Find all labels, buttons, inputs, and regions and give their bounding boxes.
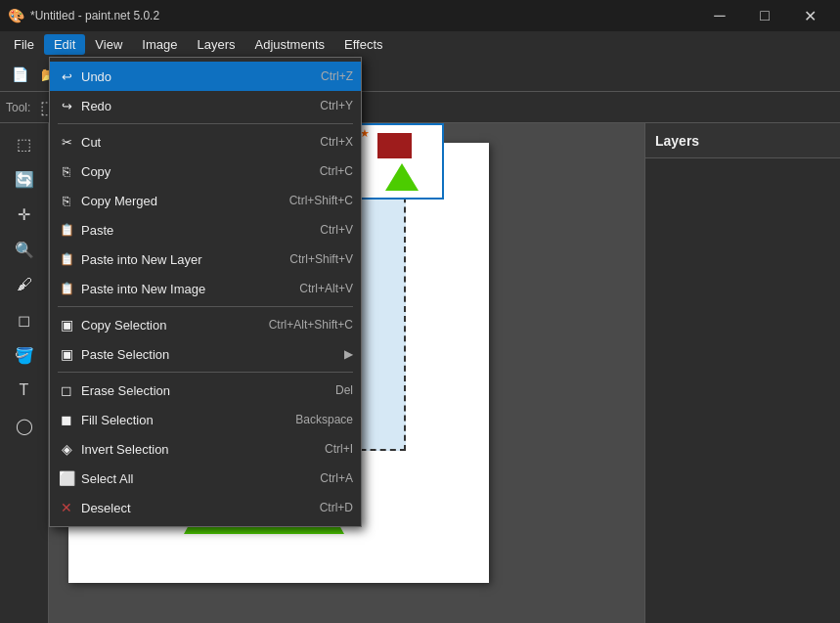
paste-new-layer-label: Paste into New Layer <box>81 252 284 267</box>
preview-red-rect <box>377 133 412 158</box>
select-all-shortcut: Ctrl+A <box>320 471 353 485</box>
separator-3 <box>58 372 353 373</box>
paste-selection-label: Paste Selection <box>81 347 338 362</box>
menu-copy-merged[interactable]: ⎘ Copy Merged Ctrl+Shift+C <box>50 186 361 215</box>
menu-copy-selection[interactable]: ▣ Copy Selection Ctrl+Alt+Shift+C <box>50 310 361 339</box>
paste-selection-icon: ▣ <box>58 345 75 363</box>
redo-shortcut: Ctrl+Y <box>320 99 353 112</box>
move-tool[interactable]: ✛ <box>8 198 41 231</box>
select-all-icon: ⬜ <box>58 469 75 487</box>
lasso-tool[interactable]: 🔄 <box>8 162 41 196</box>
menu-redo[interactable]: ↪ Redo Ctrl+Y <box>50 91 361 120</box>
preview-box: ★ <box>356 123 444 200</box>
copy-selection-icon: ▣ <box>58 316 75 334</box>
copy-merged-icon: ⎘ <box>58 192 75 209</box>
maximize-button[interactable]: □ <box>742 0 787 31</box>
paste-label: Paste <box>81 223 314 238</box>
invert-selection-shortcut: Ctrl+I <box>325 442 353 456</box>
erase-selection-icon: ◻ <box>58 381 75 399</box>
menu-copy[interactable]: ⎘ Copy Ctrl+C <box>50 156 361 186</box>
fill-tool[interactable]: 🪣 <box>8 338 41 372</box>
fill-selection-label: Fill Selection <box>81 413 289 427</box>
deselect-shortcut: Ctrl+D <box>320 501 353 514</box>
copy-merged-shortcut: Ctrl+Shift+C <box>289 194 353 207</box>
paste-shortcut: Ctrl+V <box>320 223 353 237</box>
close-button[interactable]: ✕ <box>787 0 832 31</box>
invert-selection-label: Invert Selection <box>81 442 319 457</box>
menu-paste-new-layer[interactable]: 📋 Paste into New Layer Ctrl+Shift+V <box>50 245 361 274</box>
deselect-icon: ✕ <box>58 499 75 516</box>
select-rect-tool[interactable]: ⬚ <box>8 127 41 160</box>
minimize-button[interactable]: ─ <box>697 0 742 31</box>
paste-new-image-label: Paste into New Image <box>81 282 293 296</box>
edit-menu: ↩ Undo Ctrl+Z ↪ Redo Ctrl+Y ✂ Cut Ctrl+X… <box>49 57 362 527</box>
copy-icon: ⎘ <box>58 162 75 180</box>
undo-icon: ↩ <box>58 67 75 85</box>
separator-2 <box>58 306 353 307</box>
menu-fill-selection[interactable]: ◼ Fill Selection Backspace <box>50 405 361 434</box>
copy-selection-shortcut: Ctrl+Alt+Shift+C <box>269 318 353 332</box>
menu-deselect[interactable]: ✕ Deselect Ctrl+D <box>50 493 361 522</box>
menu-cut[interactable]: ✂ Cut Ctrl+X <box>50 127 361 156</box>
copy-selection-label: Copy Selection <box>81 318 263 333</box>
fill-selection-icon: ◼ <box>58 411 75 428</box>
menu-effects[interactable]: Effects <box>334 34 393 55</box>
paste-new-layer-shortcut: Ctrl+Shift+V <box>289 252 353 266</box>
deselect-label: Deselect <box>81 501 314 515</box>
paste-icon: 📋 <box>58 221 75 239</box>
copy-merged-label: Copy Merged <box>81 194 284 208</box>
menu-paste[interactable]: 📋 Paste Ctrl+V <box>50 215 361 245</box>
menu-paste-new-image[interactable]: 📋 Paste into New Image Ctrl+Alt+V <box>50 274 361 303</box>
paste-new-image-icon: 📋 <box>58 280 75 297</box>
eraser-tool[interactable]: ◻ <box>8 303 41 336</box>
redo-label: Redo <box>81 99 314 113</box>
right-panel: Layers <box>644 123 840 623</box>
copy-label: Copy <box>81 164 314 179</box>
cut-icon: ✂ <box>58 133 75 151</box>
menu-paste-selection[interactable]: ▣ Paste Selection ▶ <box>50 339 361 369</box>
text-tool[interactable]: T <box>8 374 41 407</box>
title-bar: 🎨 *Untitled - paint.net 5.0.2 ─ □ ✕ <box>0 0 840 31</box>
app-icon: 🎨 <box>8 8 24 23</box>
undo-shortcut: Ctrl+Z <box>321 69 353 83</box>
erase-selection-label: Erase Selection <box>81 383 330 398</box>
zoom-tool[interactable]: 🔍 <box>8 233 41 266</box>
menu-adjustments[interactable]: Adjustments <box>244 34 334 55</box>
cut-shortcut: Ctrl+X <box>320 135 353 149</box>
layers-title: Layers <box>655 133 699 149</box>
paste-new-image-shortcut: Ctrl+Alt+V <box>299 282 353 295</box>
redo-icon: ↪ <box>58 97 75 114</box>
invert-selection-icon: ◈ <box>58 440 75 458</box>
layers-header: Layers <box>645 123 840 158</box>
menu-image[interactable]: Image <box>132 34 187 55</box>
select-all-label: Select All <box>81 471 314 486</box>
left-panel: ⬚ 🔄 ✛ 🔍 🖌 ◻ 🪣 T ◯ <box>0 123 49 623</box>
erase-selection-shortcut: Del <box>335 383 353 397</box>
paste-new-layer-icon: 📋 <box>58 250 75 268</box>
menu-erase-selection[interactable]: ◻ Erase Selection Del <box>50 376 361 405</box>
undo-label: Undo <box>81 69 315 84</box>
menu-select-all[interactable]: ⬜ Select All Ctrl+A <box>50 464 361 493</box>
cut-label: Cut <box>81 135 314 150</box>
menu-layers[interactable]: Layers <box>187 34 244 55</box>
new-button[interactable]: 📄 <box>6 61 33 88</box>
separator-1 <box>58 123 353 124</box>
paste-selection-arrow: ▶ <box>344 347 353 361</box>
menu-file[interactable]: File <box>4 34 44 55</box>
menu-view[interactable]: View <box>85 34 132 55</box>
shapes-tool[interactable]: ◯ <box>8 409 41 442</box>
title-text: *Untitled - paint.net 5.0.2 <box>30 9 159 22</box>
menu-invert-selection[interactable]: ◈ Invert Selection Ctrl+I <box>50 434 361 464</box>
menu-edit[interactable]: Edit <box>44 34 85 55</box>
menu-undo[interactable]: ↩ Undo Ctrl+Z <box>50 62 361 91</box>
menu-bar: File Edit View Image Layers Adjustments … <box>0 31 840 57</box>
fill-selection-shortcut: Backspace <box>295 413 353 426</box>
edit-dropdown: ↩ Undo Ctrl+Z ↪ Redo Ctrl+Y ✂ Cut Ctrl+X… <box>49 57 362 527</box>
paint-tool[interactable]: 🖌 <box>8 268 41 301</box>
copy-shortcut: Ctrl+C <box>320 164 353 178</box>
preview-triangle <box>385 163 419 191</box>
title-controls: ─ □ ✕ <box>697 0 832 31</box>
tool-label: Tool: <box>6 101 30 114</box>
